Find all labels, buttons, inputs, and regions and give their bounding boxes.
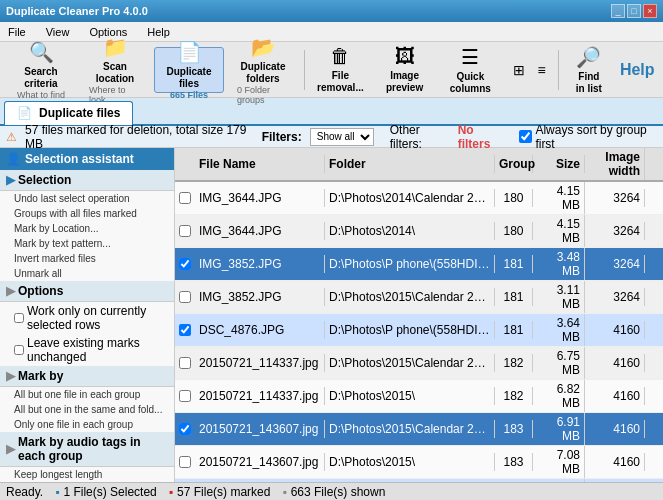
section-selection[interactable]: ▶ Selection: [0, 170, 174, 191]
row-group: 180: [495, 189, 533, 207]
filter-select[interactable]: Show all: [310, 128, 374, 146]
item-only-one[interactable]: Only one file in each group: [0, 417, 174, 432]
section-mark-by-icon: ▶: [6, 369, 15, 383]
item-all-but-one-folder[interactable]: All but one in the same and fold...: [0, 402, 174, 417]
image-preview-button[interactable]: 🖼 Image preview: [374, 47, 435, 93]
table-row[interactable]: 20150721_114337.jpg D:\Photos\2015\ 182 …: [175, 380, 663, 413]
item-mark-by-location[interactable]: Mark by Location...: [0, 221, 174, 236]
tab-duplicate-files[interactable]: 📄 Duplicate files: [4, 101, 133, 125]
col-header-group[interactable]: Group: [495, 155, 533, 173]
table-row[interactable]: IMG_3914.jpg D:\Photos\2015\Calendar 201…: [175, 479, 663, 482]
row-checkbox-cell[interactable]: [175, 291, 195, 303]
row-checkbox-cell[interactable]: [175, 390, 195, 402]
col-header-folder[interactable]: Folder: [325, 155, 495, 173]
marked-count: 57 File(s) marked: [177, 485, 270, 499]
row-folder: D:\Photos\2015\Calendar 2015-16\ve...: [325, 420, 495, 438]
row-group: 181: [495, 288, 533, 306]
list-view-button[interactable]: ≡: [532, 47, 552, 93]
table-row[interactable]: IMG_3852.JPG D:\Photos\2015\Calendar 201…: [175, 281, 663, 314]
row-checkbox[interactable]: [179, 225, 191, 237]
row-checkbox[interactable]: [179, 390, 191, 402]
item-keep-longest[interactable]: Keep longest length: [0, 467, 174, 482]
row-checkbox-cell[interactable]: [175, 225, 195, 237]
row-checkbox[interactable]: [179, 291, 191, 303]
item-mark-by-text[interactable]: Mark by text pattern...: [0, 236, 174, 251]
table-row[interactable]: 20150721_143607.jpg D:\Photos\2015\Calen…: [175, 413, 663, 446]
table-row[interactable]: 20150721_143607.jpg D:\Photos\2015\ 183 …: [175, 446, 663, 479]
menu-help[interactable]: Help: [143, 24, 174, 40]
duplicate-folders-icon: 📂: [251, 35, 276, 59]
option-existing-marks[interactable]: Leave existing marks unchanged: [0, 334, 174, 366]
section-options[interactable]: ▶ Options: [0, 281, 174, 302]
quick-columns-icon: ☰: [461, 45, 479, 69]
minimize-button[interactable]: _: [611, 4, 625, 18]
help-button[interactable]: Help: [617, 47, 657, 93]
quick-columns-button[interactable]: ☰ Quick columns: [439, 47, 502, 93]
table-row[interactable]: IMG_3644.JPG D:\Photos\2014\Calendar 201…: [175, 182, 663, 215]
close-button[interactable]: ×: [643, 4, 657, 18]
always-sort-checkbox[interactable]: [519, 130, 532, 143]
item-invert-marked[interactable]: Invert marked files: [0, 251, 174, 266]
option-current-rows[interactable]: Work only on currently selected rows: [0, 302, 174, 334]
row-filename: 20150721_143607.jpg: [195, 453, 325, 471]
row-checkbox-cell[interactable]: [175, 324, 195, 336]
row-imgw: 3264: [585, 288, 645, 306]
grid-view-button[interactable]: ⊞: [508, 47, 530, 93]
item-unmark-all[interactable]: Unmark all: [0, 266, 174, 281]
row-size: 3.11 MB: [533, 281, 585, 313]
scan-location-button[interactable]: 📁 Scan location Where to look: [80, 47, 150, 93]
duplicate-folders-count: 0 Folder groups: [237, 85, 289, 105]
item-groups-all-marked[interactable]: Groups with all files marked: [0, 206, 174, 221]
row-checkbox-cell[interactable]: [175, 258, 195, 270]
always-sort-label[interactable]: Always sort by group first: [519, 123, 657, 151]
window-controls[interactable]: _ □ ×: [611, 4, 657, 18]
row-imgw: 3264: [585, 189, 645, 207]
toolbar-separator-2: [558, 50, 559, 90]
table-row[interactable]: 20150721_114337.jpg D:\Photos\2015\Calen…: [175, 347, 663, 380]
file-removal-button[interactable]: 🗑 File removal...: [311, 47, 371, 93]
row-checkbox[interactable]: [179, 258, 191, 270]
maximize-button[interactable]: □: [627, 4, 641, 18]
row-checkbox[interactable]: [179, 423, 191, 435]
find-in-list-button[interactable]: 🔎 Find in list: [564, 47, 613, 93]
row-checkbox-cell[interactable]: [175, 423, 195, 435]
row-size: 3.64 MB: [533, 314, 585, 346]
current-rows-checkbox[interactable]: [14, 313, 24, 323]
row-imgw: 3264: [585, 255, 645, 273]
row-checkbox-cell[interactable]: [175, 357, 195, 369]
menu-view[interactable]: View: [42, 24, 74, 40]
ready-text: Ready.: [6, 485, 43, 499]
always-sort-text: Always sort by group first: [535, 123, 657, 151]
row-checkbox[interactable]: [179, 192, 191, 204]
table-row[interactable]: IMG_3852.JPG D:\Photos\P phone\(558HDIE5…: [175, 248, 663, 281]
col-header-filename[interactable]: File Name: [195, 155, 325, 173]
row-checkbox-cell[interactable]: [175, 192, 195, 204]
row-group: 181: [495, 321, 533, 339]
right-panel: File Name Folder Group Size Image width …: [175, 148, 663, 482]
item-undo-last[interactable]: Undo last select operation: [0, 191, 174, 206]
table-row[interactable]: DSC_4876.JPG D:\Photos\P phone\(558HDIE5…: [175, 314, 663, 347]
col-header-imgh[interactable]: Image height: [645, 148, 663, 180]
section-mark-audio[interactable]: ▶ Mark by audio tags in each group: [0, 432, 174, 467]
filter-label: Filters:: [262, 130, 302, 144]
search-criteria-button[interactable]: 🔍 Search criteria What to find: [6, 47, 76, 93]
item-all-but-one[interactable]: All but one file in each group: [0, 387, 174, 402]
menu-file[interactable]: File: [4, 24, 30, 40]
list-view-icon: ≡: [538, 62, 546, 78]
tab-duplicate-files-label: Duplicate files: [39, 106, 120, 120]
selection-assistant-icon: 👤: [6, 152, 21, 166]
file-removal-icon: 🗑: [330, 45, 350, 68]
row-checkbox-cell[interactable]: [175, 456, 195, 468]
left-panel: 👤 Selection assistant ▶ Selection Undo l…: [0, 148, 175, 482]
section-mark-by[interactable]: ▶ Mark by: [0, 366, 174, 387]
duplicate-files-button[interactable]: 📄 Duplicate files 665 Files: [154, 47, 224, 93]
existing-marks-checkbox[interactable]: [14, 345, 24, 355]
row-checkbox[interactable]: [179, 324, 191, 336]
row-checkbox[interactable]: [179, 456, 191, 468]
row-imgh: 3120: [645, 420, 663, 438]
duplicate-folders-button[interactable]: 📂 Duplicate folders 0 Folder groups: [228, 47, 298, 93]
col-header-imgw[interactable]: Image width: [585, 148, 645, 180]
table-row[interactable]: IMG_3644.JPG D:\Photos\2014\ 180 4.15 MB…: [175, 215, 663, 248]
row-checkbox[interactable]: [179, 357, 191, 369]
col-header-size[interactable]: Size: [533, 155, 585, 173]
